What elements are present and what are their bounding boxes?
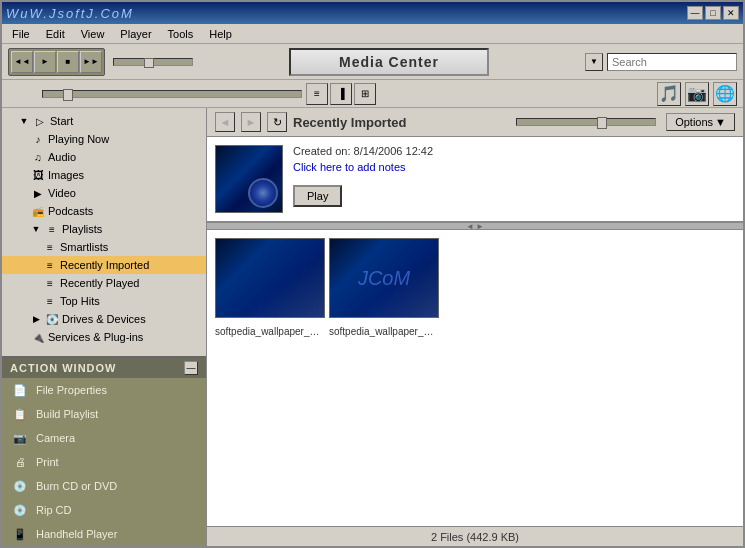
toolbar2: ≡ ▐ ⊞ 🎵 📷 🌐: [2, 80, 743, 108]
main-window: WuW.JsoftJ.CoM — □ ✕ File Edit View Play…: [0, 0, 745, 548]
main-content: ▼ ▷ Start ♪ Playing Now ♫ Audio 🖼 Imag: [2, 108, 743, 546]
detail-panel: Created on: 8/14/2006 12:42 Click here t…: [207, 137, 743, 222]
sidebar-item-recently-imported[interactable]: ≡ Recently Imported: [2, 256, 206, 274]
playlist-thumbnail: [215, 145, 283, 213]
prev-button[interactable]: ◄◄: [11, 51, 33, 73]
action-build-playlist[interactable]: 📋 Build Playlist: [2, 402, 206, 426]
transport-controls: ◄◄ ► ■ ►►: [8, 48, 105, 76]
podcasts-icon: 📻: [30, 203, 46, 219]
sidebar-item-audio[interactable]: ♫ Audio: [2, 148, 206, 166]
audio-icon: ♫: [30, 149, 46, 165]
sidebar-item-top-hits[interactable]: ≡ Top Hits: [2, 292, 206, 310]
build-playlist-icon: 📋: [10, 404, 30, 424]
right-volume-thumb: [597, 117, 607, 129]
close-button[interactable]: ✕: [723, 6, 739, 20]
file-thumbnail-1[interactable]: [215, 238, 325, 318]
smartlists-icon: ≡: [42, 239, 58, 255]
top-hits-icon: ≡: [42, 293, 58, 309]
sidebar-item-drives-devices[interactable]: ▶ 💽 Drives & Devices: [2, 310, 206, 328]
file-grid: JCoM softpedia_wallpaper_4_1.. softpedia…: [207, 230, 743, 526]
content-title: Recently Imported: [293, 115, 510, 130]
expand-icon-drives: ▶: [30, 313, 42, 325]
music-icon-btn[interactable]: 🎵: [657, 82, 681, 106]
menu-file[interactable]: File: [6, 26, 36, 42]
services-icon: 🔌: [30, 329, 46, 345]
back-button[interactable]: ◄: [215, 112, 235, 132]
sidebar-item-podcasts[interactable]: 📻 Podcasts: [2, 202, 206, 220]
playing-now-icon: ♪: [30, 131, 46, 147]
sidebar-item-services-plugins[interactable]: 🔌 Services & Plug-ins: [2, 328, 206, 346]
title-bar-text: WuW.JsoftJ.CoM: [6, 6, 134, 21]
print-icon: 🖨: [10, 452, 30, 472]
maximize-button[interactable]: □: [705, 6, 721, 20]
video-icon: ▶: [30, 185, 46, 201]
action-window: ACTION WINDOW — 📄 File Properties 📋 Buil…: [2, 356, 206, 546]
images-icon: 🖼: [30, 167, 46, 183]
recently-imported-icon: ≡: [42, 257, 58, 273]
sidebar-item-images[interactable]: 🖼 Images: [2, 166, 206, 184]
menu-edit[interactable]: Edit: [40, 26, 71, 42]
action-camera[interactable]: 📷 Camera: [2, 426, 206, 450]
title-bar-controls: — □ ✕: [687, 6, 739, 20]
action-rip-cd[interactable]: 💿 Rip CD: [2, 498, 206, 522]
menu-tools[interactable]: Tools: [162, 26, 200, 42]
menu-help[interactable]: Help: [203, 26, 238, 42]
globe-icon-btn[interactable]: 🌐: [713, 82, 737, 106]
options-button[interactable]: Options ▼: [666, 113, 735, 131]
search-input[interactable]: [607, 53, 737, 71]
sidebar-item-recently-played[interactable]: ≡ Recently Played: [2, 274, 206, 292]
file-name-1: softpedia_wallpaper_4_1..: [215, 326, 325, 337]
action-window-header: ACTION WINDOW —: [2, 358, 206, 378]
refresh-button[interactable]: ↻: [267, 112, 287, 132]
action-file-properties[interactable]: 📄 File Properties: [2, 378, 206, 402]
stop-button[interactable]: ■: [57, 51, 79, 73]
sidebar-item-playlists[interactable]: ▼ ≡ Playlists: [2, 220, 206, 238]
eq-slider[interactable]: [42, 90, 302, 98]
media-center-label: Media Center: [289, 48, 489, 76]
content-header: ◄ ► ↻ Recently Imported Options ▼: [207, 108, 743, 137]
sidebar-item-playing-now[interactable]: ♪ Playing Now: [2, 130, 206, 148]
menu-view[interactable]: View: [75, 26, 111, 42]
eq-btn1[interactable]: ≡: [306, 83, 328, 105]
play-button-detail[interactable]: Play: [293, 185, 342, 207]
burn-icon: 💿: [10, 476, 30, 496]
file-thumbnails: JCoM: [215, 238, 735, 318]
action-window-title: ACTION WINDOW: [10, 362, 116, 374]
rip-icon: 💿: [10, 500, 30, 520]
toolbar: ◄◄ ► ■ ►► Media Center ▼: [2, 44, 743, 80]
search-dropdown-button[interactable]: ▼: [585, 53, 603, 71]
start-icon: ▷: [32, 113, 48, 129]
eq-btn3[interactable]: ⊞: [354, 83, 376, 105]
next-button[interactable]: ►►: [80, 51, 102, 73]
eq-thumb: [63, 89, 73, 101]
title-bar: WuW.JsoftJ.CoM — □ ✕: [2, 2, 743, 24]
action-print[interactable]: 🖨 Print: [2, 450, 206, 474]
drives-icon: 💽: [44, 311, 60, 327]
action-burn-cd-dvd[interactable]: 💿 Burn CD or DVD: [2, 474, 206, 498]
file-thumbnail-2[interactable]: JCoM: [329, 238, 439, 318]
file-thumb-overlay-1: [216, 239, 324, 317]
forward-button[interactable]: ►: [241, 112, 261, 132]
action-handheld-player[interactable]: 📱 Handheld Player: [2, 522, 206, 546]
volume-slider[interactable]: [113, 58, 193, 66]
playlists-icon: ≡: [44, 221, 60, 237]
sidebar-item-start[interactable]: ▼ ▷ Start: [2, 112, 206, 130]
sidebar-item-video[interactable]: ▶ Video: [2, 184, 206, 202]
file-properties-icon: 📄: [10, 380, 30, 400]
sidebar: ▼ ▷ Start ♪ Playing Now ♫ Audio 🖼 Imag: [2, 108, 207, 546]
minimize-button[interactable]: —: [687, 6, 703, 20]
status-text: 2 Files (442.9 KB): [431, 531, 519, 543]
recently-played-icon: ≡: [42, 275, 58, 291]
search-area: ▼: [585, 53, 737, 71]
play-button[interactable]: ►: [34, 51, 56, 73]
camera-icon-btn[interactable]: 📷: [685, 82, 709, 106]
menu-player[interactable]: Player: [114, 26, 157, 42]
right-volume-slider[interactable]: [516, 118, 656, 126]
expand-icon-start: ▼: [18, 115, 30, 127]
sidebar-item-smartlists[interactable]: ≡ Smartlists: [2, 238, 206, 256]
volume-thumb: [144, 58, 154, 68]
notes-text[interactable]: Click here to add notes: [293, 161, 735, 173]
menu-bar: File Edit View Player Tools Help: [2, 24, 743, 44]
eq-btn2[interactable]: ▐: [330, 83, 352, 105]
action-minimize-button[interactable]: —: [184, 361, 198, 375]
